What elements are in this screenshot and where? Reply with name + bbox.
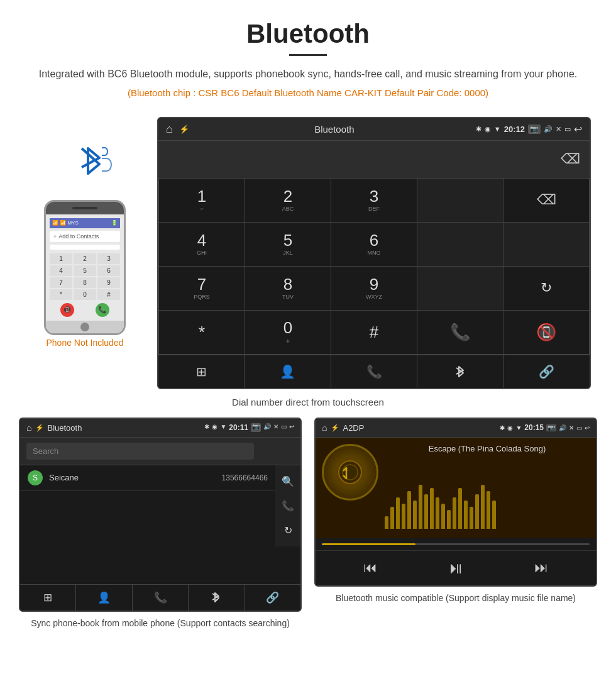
music-play-pause-button[interactable]: ⏯ — [448, 558, 464, 578]
nav-link-button[interactable]: 🔗 — [504, 355, 590, 388]
home-icon[interactable]: ⌂ — [166, 123, 173, 136]
phone-side: 📶 📶 MYS 🔋 + Add to Contacts 1 2 3 4 5 6 … — [25, 117, 145, 348]
dial-call-button[interactable]: 📞 — [417, 311, 503, 355]
phonebook-caption: Sync phone-book from mobile phone (Suppo… — [25, 612, 296, 630]
phonebook-screen: ⌂ ⚡ Bluetooth ✱ ◉ ▼ 20:11 📷 🔊 ✕ ▭ ↩ Sear… — [19, 418, 302, 612]
pb-nav-call[interactable]: 📞 — [133, 585, 189, 611]
contact-row-seicane[interactable]: S Seicane 13566664466 — [20, 465, 275, 491]
pb-search-bar[interactable]: Search — [26, 443, 254, 460]
pb-nav-dialpad[interactable]: ⊞ — [20, 585, 76, 611]
music-prev-button[interactable]: ⏮ — [363, 560, 377, 576]
dial-key-empty-3 — [503, 223, 590, 267]
phone-status-bar: 📶 📶 MYS 🔋 — [50, 218, 120, 228]
add-contact-label: Add to Contacts — [58, 233, 99, 240]
music-progress-bar[interactable] — [322, 543, 590, 545]
viz-bar — [385, 516, 388, 529]
viz-bar — [413, 501, 417, 529]
music-next-button[interactable]: ⏭ — [534, 560, 548, 576]
music-camera-icon[interactable]: 📷 — [546, 424, 556, 431]
pb-nav-contacts[interactable]: 👤 — [76, 585, 132, 611]
dial-key-4[interactable]: 4 GHI — [159, 223, 245, 267]
nav-bluetooth-button[interactable] — [417, 355, 503, 388]
music-caption: Bluetooth music compatible (Support disp… — [329, 587, 582, 605]
dialpad-grid: 1 ∽ 2 ABC 3 DEF ⌫ 4 GHI 5 JKL — [158, 179, 590, 355]
viz-bar — [458, 488, 462, 529]
pb-window-icon[interactable]: ▭ — [281, 423, 287, 432]
add-contact-bar: + Add to Contacts — [50, 231, 120, 242]
dial-key-9[interactable]: 9 WXYZ — [331, 267, 417, 311]
status-time: 20:12 — [504, 124, 525, 134]
music-back-icon[interactable]: ↩ — [585, 424, 590, 431]
pb-refresh-icon[interactable]: ↻ — [280, 521, 296, 540]
pb-phone-icon[interactable]: 📞 — [278, 496, 298, 516]
viz-bar — [407, 491, 411, 529]
backspace-button[interactable]: ⌫ — [561, 151, 580, 167]
pb-volume-icon[interactable]: 🔊 — [263, 423, 271, 432]
music-volume-icon[interactable]: 🔊 — [559, 424, 566, 431]
pb-home-icon[interactable]: ⌂ — [26, 423, 31, 433]
dial-key-1[interactable]: 1 ∽ — [159, 179, 245, 223]
music-statusbar: ⌂ ⚡ A2DP ✱ ◉ ▼ 20:15 📷 🔊 ✕ ▭ ↩ — [316, 419, 596, 438]
pb-nav-link[interactable]: 🔗 — [245, 585, 300, 611]
android-dialpad-screen: ⌂ ⚡ Bluetooth ✱ ◉ ▼ 20:12 📷 🔊 ✕ ▭ ↩ ⌫ 1 — [157, 117, 591, 389]
viz-bar — [492, 501, 496, 529]
music-status-icons: ✱ ◉ ▼ 20:15 📷 🔊 ✕ ▭ ↩ — [500, 423, 590, 432]
music-home-icon[interactable]: ⌂ — [322, 423, 327, 433]
dial-key-6[interactable]: 6 MNO — [331, 223, 417, 267]
close-icon[interactable]: ✕ — [556, 125, 561, 133]
dial-key-hash[interactable]: # — [331, 311, 417, 355]
music-screen-title: A2DP — [343, 423, 500, 433]
bluetooth-status-icon: ✱ — [476, 125, 481, 133]
dial-key-5[interactable]: 5 JKL — [245, 223, 331, 267]
viz-bar — [464, 501, 468, 529]
pb-nav-bt[interactable] — [189, 585, 245, 611]
pb-camera-icon[interactable]: 📷 — [251, 423, 261, 432]
pb-search-icon[interactable]: 🔍 — [278, 472, 298, 491]
pb-bottom-nav: ⊞ 👤 📞 🔗 — [20, 584, 300, 611]
viz-bar — [470, 507, 473, 529]
viz-bar — [436, 497, 439, 529]
dial-key-empty-2 — [417, 223, 503, 267]
dial-key-8[interactable]: 8 TUV — [245, 267, 331, 311]
dial-backspace-display[interactable]: ⌫ — [503, 179, 590, 223]
dial-key-0[interactable]: 0 + — [245, 311, 331, 355]
nav-contacts-button[interactable]: 👤 — [245, 355, 331, 388]
dial-key-star[interactable]: * — [159, 311, 245, 355]
phone-illustration: 📶 📶 MYS 🔋 + Add to Contacts 1 2 3 4 5 6 … — [44, 200, 126, 335]
music-visualizer — [385, 457, 590, 532]
music-close-icon[interactable]: ✕ — [569, 424, 574, 431]
title-section: Bluetooth Integrated with BC6 Bluetooth … — [0, 0, 616, 111]
album-art — [322, 444, 378, 501]
viz-bar — [475, 494, 479, 529]
dial-end-button[interactable]: 📵 — [503, 311, 590, 355]
phone-screen: 📶 📶 MYS 🔋 + Add to Contacts 1 2 3 4 5 6 … — [46, 214, 124, 321]
android-statusbar: ⌂ ⚡ Bluetooth ✱ ◉ ▼ 20:12 📷 🔊 ✕ ▭ ↩ — [158, 118, 590, 141]
pb-statusbar: ⌂ ⚡ Bluetooth ✱ ◉ ▼ 20:11 📷 🔊 ✕ ▭ ↩ — [20, 419, 300, 438]
location-icon: ◉ — [485, 125, 491, 133]
viz-bar — [424, 494, 428, 529]
music-time: 20:15 — [524, 423, 544, 432]
specs-text: (Bluetooth chip : CSR BC6 Default Blueto… — [38, 87, 578, 98]
title-underline — [289, 54, 327, 56]
music-window-icon[interactable]: ▭ — [576, 424, 582, 431]
nav-call-button[interactable]: 📞 — [331, 355, 417, 388]
dial-key-2[interactable]: 2 ABC — [245, 179, 331, 223]
pb-search-area: Search — [20, 438, 300, 465]
volume-icon[interactable]: 🔊 — [544, 125, 553, 133]
pb-bt-icon: ✱ — [204, 423, 209, 432]
camera-icon[interactable]: 📷 — [528, 124, 541, 134]
dial-key-3[interactable]: 3 DEF — [331, 179, 417, 223]
contact-avatar-s: S — [28, 470, 43, 485]
music-song-title: Escape (The Pina Colada Song) — [385, 444, 590, 453]
dial-reload-button[interactable]: ↻ — [503, 267, 590, 311]
pb-close-icon[interactable]: ✕ — [273, 423, 278, 432]
dial-key-7[interactable]: 7 PQRS — [159, 267, 245, 311]
contact-number: 13566664466 — [222, 473, 268, 482]
pb-time: 20:11 — [229, 423, 248, 432]
nav-dialpad-button[interactable]: ⊞ — [158, 355, 245, 388]
back-icon[interactable]: ↩ — [574, 123, 582, 135]
usb-icon: ⚡ — [179, 124, 189, 134]
pb-screen-title: Bluetooth — [47, 423, 204, 433]
pb-back-icon[interactable]: ↩ — [289, 423, 294, 432]
window-icon[interactable]: ▭ — [564, 125, 571, 133]
